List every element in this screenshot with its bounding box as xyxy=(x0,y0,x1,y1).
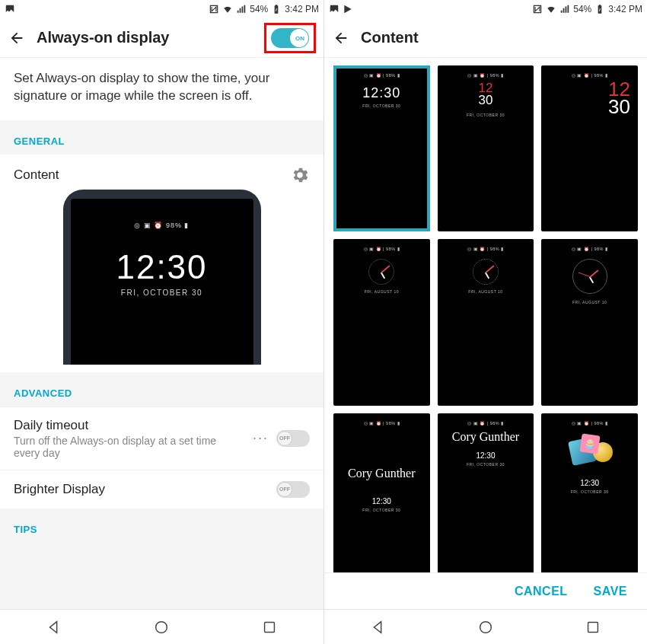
content-thumb-2[interactable]: ◎ ▣ ⏰ | 98% ▮1230 xyxy=(541,65,638,231)
wifi-icon xyxy=(222,4,233,14)
section-tips: TIPS xyxy=(0,509,324,609)
image-icon xyxy=(5,4,15,14)
gear-icon[interactable] xyxy=(290,165,310,185)
thumb-time: 12:30 xyxy=(333,497,430,505)
daily-timeout-label: Daily timeout xyxy=(14,418,245,433)
preview-date: FRI, OCTOBER 30 xyxy=(71,289,253,297)
thumb-time: 12:30 xyxy=(438,451,534,460)
battery-pct: 54% xyxy=(573,4,591,14)
aod-description: Set Always-on display to show the time, … xyxy=(0,58,324,120)
content-thumb-4[interactable]: ◎ ▣ ⏰ | 98% ▮FRI, AUGUST 10 xyxy=(438,239,534,405)
clock-text: 3:42 PM xyxy=(608,4,642,14)
content-thumb-8[interactable]: ◎ ▣ ⏰ | 98% ▮🧁12:30FRI, OCTOBER 30 xyxy=(541,413,638,572)
nav-bar xyxy=(0,609,324,644)
preview-time: 12:30 xyxy=(71,248,253,286)
nav-home[interactable] xyxy=(475,617,496,638)
aod-preview: ◎ ▣ ⏰ 98% ▮ 12:30 FRI, OCTOBER 30 xyxy=(0,190,324,372)
analog-clock-icon xyxy=(572,259,607,294)
daily-timeout-toggle[interactable]: OFF xyxy=(276,430,310,447)
nav-bar xyxy=(324,609,647,644)
battery-pct: 54% xyxy=(250,4,268,14)
thumb-image-icon: 🧁 xyxy=(567,435,613,470)
daily-timeout-sub: Turn off the Always-on display at a set … xyxy=(14,435,245,459)
content-thumb-5[interactable]: ◎ ▣ ⏰ | 98% ▮FRI, AUGUST 10 xyxy=(541,239,638,405)
thumb-status: ◎ ▣ ⏰ | 98% ▮ xyxy=(333,247,430,251)
play-icon xyxy=(343,4,353,14)
thumb-date: FRI, AUGUST 10 xyxy=(438,289,534,294)
svg-rect-1 xyxy=(265,622,275,632)
clock-text: 3:42 PM xyxy=(285,4,319,14)
content-row-label: Content xyxy=(14,167,282,183)
daily-timeout-row[interactable]: Daily timeout Turn off the Always-on dis… xyxy=(0,406,324,470)
settings-aod-pane: 54% 3:42 PM Always-on display ON Set Alw… xyxy=(0,0,324,644)
thumb-time: 12:30 xyxy=(541,479,638,487)
brighter-display-toggle[interactable]: OFF xyxy=(276,481,310,498)
highlight-box: ON xyxy=(264,23,316,53)
aod-master-toggle[interactable]: ON xyxy=(271,28,309,48)
section-general: GENERAL xyxy=(0,120,324,155)
back-button[interactable] xyxy=(332,29,350,47)
content-grid-wrap: ◎ ▣ ⏰ | 98% ▮12:30FRI, OCTOBER 30◎ ▣ ⏰ |… xyxy=(324,58,647,572)
thumb-signature: Cory Gunther xyxy=(333,467,430,480)
wifi-icon xyxy=(546,4,556,14)
more-icon[interactable]: ··· xyxy=(253,430,269,446)
nav-home[interactable] xyxy=(151,617,172,638)
signal-icon xyxy=(236,4,247,14)
app-header: Always-on display ON xyxy=(0,18,324,58)
battery-charging-icon xyxy=(594,4,605,14)
footer-actions: CANCEL SAVE xyxy=(324,572,647,609)
status-bar: 54% 3:42 PM xyxy=(0,0,324,18)
section-advanced: ADVANCED xyxy=(0,372,324,406)
content-picker-pane: 54% 3:42 PM Content ◎ ▣ ⏰ | 98% ▮12:30FR… xyxy=(324,0,647,644)
nfc-icon xyxy=(209,4,219,14)
thumb-date: FRI, OCTOBER 30 xyxy=(333,508,430,512)
content-thumb-0[interactable]: ◎ ▣ ⏰ | 98% ▮12:30FRI, OCTOBER 30 xyxy=(333,65,430,231)
thumb-status: ◎ ▣ ⏰ | 98% ▮ xyxy=(333,421,430,426)
thumb-status: ◎ ▣ ⏰ | 98% ▮ xyxy=(438,73,534,78)
content-row[interactable]: Content xyxy=(0,155,324,190)
status-bar: 54% 3:42 PM xyxy=(324,0,647,18)
content-thumb-1[interactable]: ◎ ▣ ⏰ | 98% ▮1230FRI, OCTOBER 30 xyxy=(438,65,534,231)
thumb-status: ◎ ▣ ⏰ | 98% ▮ xyxy=(541,421,638,426)
battery-charging-icon xyxy=(271,4,282,14)
save-button[interactable]: SAVE xyxy=(594,585,627,598)
image-icon xyxy=(329,4,339,14)
content-thumb-7[interactable]: ◎ ▣ ⏰ | 98% ▮Cory Gunther12:30FRI, OCTOB… xyxy=(438,413,534,572)
thumb-date: FRI, OCTOBER 30 xyxy=(438,113,534,117)
analog-clock-icon xyxy=(368,259,394,285)
preview-status: ◎ ▣ ⏰ 98% ▮ xyxy=(71,222,253,229)
cancel-button[interactable]: CANCEL xyxy=(515,585,568,598)
thumb-time: 12:30 xyxy=(333,85,430,101)
page-title: Content xyxy=(361,29,639,46)
svg-point-2 xyxy=(480,621,492,633)
signal-icon xyxy=(559,4,570,14)
app-header: Content xyxy=(324,18,647,58)
nav-back[interactable] xyxy=(43,617,65,638)
thumb-date: FRI, OCTOBER 30 xyxy=(333,104,430,108)
svg-rect-3 xyxy=(588,622,598,632)
nav-recent[interactable] xyxy=(259,617,280,638)
thumb-status: ◎ ▣ ⏰ | 98% ▮ xyxy=(438,421,534,426)
thumb-time: 1230 xyxy=(438,82,534,107)
thumb-status: ◎ ▣ ⏰ | 98% ▮ xyxy=(333,73,430,78)
content-thumb-3[interactable]: ◎ ▣ ⏰ | 98% ▮FRI, AUGUST 10 xyxy=(333,239,430,405)
nav-recent[interactable] xyxy=(582,617,604,638)
thumb-time: 1230 xyxy=(608,81,630,116)
content-thumb-6[interactable]: ◎ ▣ ⏰ | 98% ▮Cory Gunther12:30FRI, OCTOB… xyxy=(333,413,430,572)
svg-point-0 xyxy=(156,621,167,633)
thumb-date: FRI, AUGUST 10 xyxy=(541,300,638,304)
settings-scroll[interactable]: Set Always-on display to show the time, … xyxy=(0,58,324,609)
nfc-icon xyxy=(532,4,543,14)
thumb-date: FRI, OCTOBER 30 xyxy=(541,489,638,494)
page-title: Always-on display xyxy=(37,29,253,46)
brighter-display-row[interactable]: Brighter Display OFF xyxy=(0,470,324,509)
thumb-status: ◎ ▣ ⏰ | 98% ▮ xyxy=(541,247,638,251)
content-grid: ◎ ▣ ⏰ | 98% ▮12:30FRI, OCTOBER 30◎ ▣ ⏰ |… xyxy=(333,65,638,572)
back-button[interactable] xyxy=(8,29,26,47)
phone-frame: ◎ ▣ ⏰ 98% ▮ 12:30 FRI, OCTOBER 30 xyxy=(63,190,261,365)
nav-back[interactable] xyxy=(368,617,389,638)
brighter-display-label: Brighter Display xyxy=(14,482,269,497)
thumb-signature: Cory Gunther xyxy=(438,430,534,444)
thumb-date: FRI, OCTOBER 30 xyxy=(438,462,534,467)
analog-clock-icon xyxy=(473,259,499,285)
